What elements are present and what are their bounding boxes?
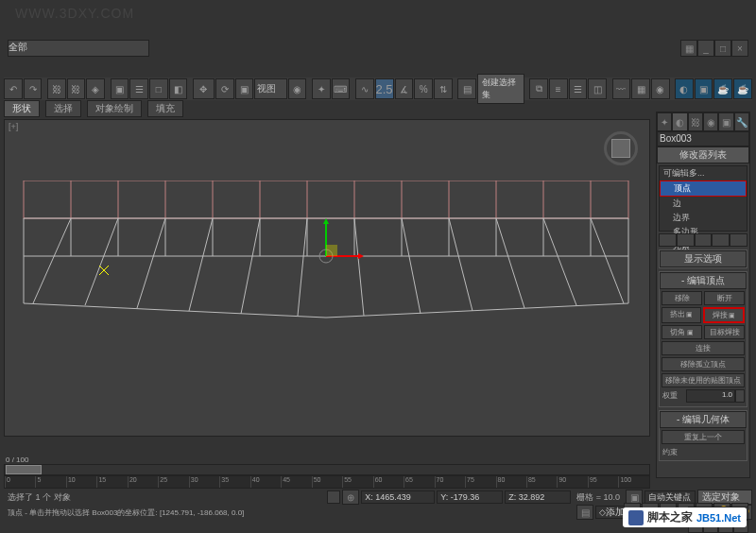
modify-tab[interactable]: ◐ <box>672 112 687 131</box>
remove-iso-button[interactable]: 移除孤立顶点 <box>662 357 745 371</box>
pin-stack-button[interactable] <box>659 233 677 247</box>
viewport[interactable]: [+] <box>4 119 650 437</box>
svg-line-23 <box>189 218 213 311</box>
weight-spinner[interactable]: 1.0 <box>686 389 735 403</box>
hierarchy-tab[interactable]: ⛓ <box>688 112 703 131</box>
object-name-field[interactable]: Box003 <box>657 131 749 146</box>
stack-vertex[interactable]: 顶点 <box>660 181 747 197</box>
svg-line-17 <box>33 218 71 303</box>
material-button[interactable]: ◉ <box>651 78 670 99</box>
listener-button[interactable]: ▤ <box>576 505 593 520</box>
modifier-list-dropdown[interactable]: 修改器列表 <box>657 146 749 163</box>
undo-button[interactable]: ↶ <box>4 78 23 99</box>
viewport-label[interactable]: [+] <box>9 122 18 131</box>
svg-marker-46 <box>323 218 329 224</box>
minimize-icon[interactable]: _ <box>697 40 714 57</box>
svg-rect-48 <box>326 245 337 256</box>
time-slider[interactable] <box>4 464 650 475</box>
configure-button[interactable] <box>730 233 747 247</box>
unlink-button[interactable]: ⛓ <box>67 78 86 99</box>
pivot-button[interactable]: ◉ <box>288 78 307 99</box>
ribbon-button[interactable]: ◫ <box>588 78 607 99</box>
select-button[interactable]: ▣ <box>111 78 129 99</box>
percent-snap-button[interactable]: % <box>414 78 433 99</box>
make-unique-button[interactable] <box>695 233 713 247</box>
rollout-edit-geom[interactable]: 编辑几何体 <box>660 411 747 428</box>
move-button[interactable]: ✥ <box>193 78 215 99</box>
auto-key-button[interactable]: 自动关键点 <box>644 490 696 504</box>
search-box[interactable]: 全部 <box>8 40 149 57</box>
create-tab[interactable]: ✦ <box>657 112 672 131</box>
weight-spinner-arrows[interactable] <box>735 389 745 403</box>
snap-value[interactable]: 2.5 <box>375 78 394 99</box>
redo-button[interactable]: ↷ <box>24 78 43 99</box>
remove-button[interactable]: 移除 <box>662 291 702 305</box>
scale-button[interactable]: ▣ <box>235 78 254 99</box>
manipulate-button[interactable]: ✦ <box>312 78 331 99</box>
snap-button[interactable]: ∿ <box>355 78 374 99</box>
ribbon-tabs: 形状 选择 对象绘制 填充 <box>4 100 183 117</box>
schematic-button[interactable]: ▦ <box>631 78 650 99</box>
y-coord[interactable]: Y: -179.36 <box>437 490 503 504</box>
connect-button[interactable]: 连接 <box>662 341 745 355</box>
angle-snap-button[interactable]: ∡ <box>395 78 414 99</box>
chamfer-button[interactable]: 切角 <box>662 325 702 339</box>
named-sets-dropdown[interactable]: 创建选择集 <box>477 74 524 104</box>
time-ruler[interactable]: 05 1015 2025 3035 4045 5055 6065 7075 80… <box>4 475 650 489</box>
z-coord[interactable]: Z: 32.892 <box>505 490 571 504</box>
motion-tab[interactable]: ◉ <box>703 112 718 131</box>
remove-unused-button[interactable]: 移除未使用的贴图顶点 <box>662 373 745 387</box>
layers-button[interactable]: ☰ <box>569 78 588 99</box>
link-button[interactable]: ⛓ <box>47 78 66 99</box>
mirror-button[interactable]: ⧉ <box>529 78 548 99</box>
curve-editor-button[interactable]: 〰 <box>612 78 631 99</box>
render-frame-button[interactable]: ▣ <box>695 78 713 99</box>
target-weld-button[interactable]: 目标焊接 <box>704 325 745 339</box>
render-setup-button[interactable]: ◐ <box>675 78 694 99</box>
tab-select[interactable]: 选择 <box>45 100 81 117</box>
wireframe-geometry <box>14 181 638 351</box>
spinner-snap-button[interactable]: ⇅ <box>434 78 453 99</box>
tab-populate[interactable]: 填充 <box>147 100 183 117</box>
render-button[interactable]: ☕ <box>713 78 732 99</box>
viewcube[interactable] <box>604 131 638 165</box>
break-button[interactable]: 断开 <box>704 291 745 305</box>
ref-coord-dropdown[interactable]: 视图 <box>254 78 286 99</box>
menu-area: 全部 ▦ _ □ × <box>4 40 752 76</box>
svg-line-37 <box>543 218 576 305</box>
extrude-button[interactable]: 挤出 <box>662 307 701 323</box>
show-result-button[interactable] <box>677 233 695 247</box>
rotate-button[interactable]: ⟳ <box>215 78 234 99</box>
named-sets-button[interactable]: ▤ <box>457 78 476 99</box>
lock-icon[interactable] <box>327 490 340 504</box>
render-prod-button[interactable]: ☕ <box>733 78 752 99</box>
weld-button[interactable]: 焊接 <box>703 307 745 323</box>
close-icon[interactable]: × <box>731 40 748 57</box>
align-button[interactable]: ≡ <box>549 78 568 99</box>
rollout-selection[interactable]: 显示选项 <box>660 250 747 267</box>
rollout-edit-vertex[interactable]: 编辑顶点 <box>660 272 747 289</box>
workspace-icon[interactable]: ▦ <box>680 40 697 57</box>
utilities-tab[interactable]: 🔧 <box>734 112 749 131</box>
maximize-icon[interactable]: □ <box>714 40 731 57</box>
select-name-button[interactable]: ☰ <box>129 78 148 99</box>
bind-button[interactable]: ◈ <box>86 78 105 99</box>
svg-line-33 <box>449 218 472 311</box>
tab-shape[interactable]: 形状 <box>4 100 40 117</box>
modifier-stack[interactable]: 可编辑多... 顶点 边 边界 多边形 元素 <box>659 165 747 232</box>
tab-paint[interactable]: 对象绘制 <box>87 100 142 117</box>
abs-rel-button[interactable]: ⊕ <box>342 490 359 505</box>
svg-line-35 <box>496 218 524 308</box>
select-region-button[interactable]: □ <box>149 78 168 99</box>
remove-mod-button[interactable] <box>712 233 730 247</box>
keyboard-button[interactable]: ⌨ <box>332 78 351 99</box>
stack-border[interactable]: 边界 <box>660 211 747 225</box>
display-tab[interactable]: ▣ <box>718 112 733 131</box>
stack-epoly[interactable]: 可编辑多... <box>660 166 747 181</box>
stack-edge[interactable]: 边 <box>660 197 747 211</box>
svg-line-27 <box>298 218 307 316</box>
window-crossing-button[interactable]: ◧ <box>169 78 188 99</box>
repeat-last-button[interactable]: 重复上一个 <box>662 430 745 444</box>
time-slider-thumb[interactable] <box>6 465 42 474</box>
x-coord[interactable]: X: 1465.439 <box>361 490 435 504</box>
